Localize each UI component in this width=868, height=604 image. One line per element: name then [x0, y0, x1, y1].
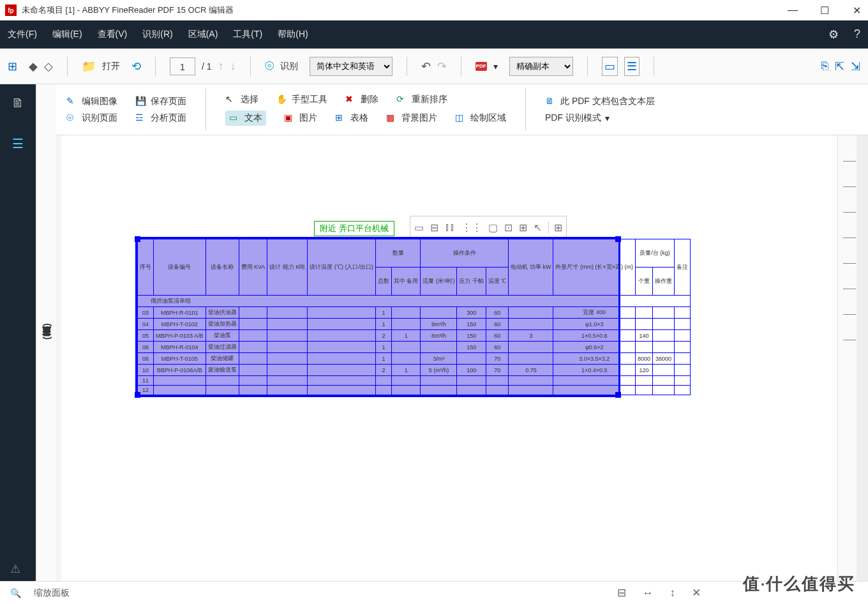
page-up-icon[interactable]: ↑ [218, 59, 224, 73]
menu-edit[interactable]: 编辑(E) [52, 29, 82, 40]
menu-help[interactable]: 帮助(H) [278, 29, 308, 40]
pages-panel-label[interactable]: 显示页面 (F5) [36, 84, 56, 581]
draw-area-tool[interactable]: ◫绘制区域 [455, 110, 506, 126]
sb-icon-2[interactable]: ↔ [643, 587, 654, 600]
sb-icon-1[interactable]: ⊟ [617, 586, 626, 600]
table-row: 03MBPH-R-0101柴油供油器130060宽度 400 [138, 307, 691, 319]
view-mode-1-icon[interactable]: ▭ [602, 57, 618, 76]
menu-bar: 文件(F) 编辑(E) 查看(V) 识别(R) 区域(A) 工具(T) 帮助(H… [0, 20, 868, 49]
folder-icon[interactable]: 📁 [82, 59, 96, 73]
tb-icon-8[interactable]: ↖ [534, 222, 542, 234]
new-project-icon[interactable]: ⊞ [8, 59, 17, 73]
minimize-button[interactable]: — [786, 4, 799, 17]
reorder-button[interactable]: ⟳重新排序 [396, 94, 447, 105]
table-selection[interactable]: 序号设备编号 设备名称费用 KVA 设计 能力 K吨设计温度 (℃) (入口/出… [135, 237, 620, 397]
pages-panel-icon[interactable]: 🗎 [11, 96, 24, 110]
recognize-icon[interactable]: ⦾ [265, 59, 274, 73]
redo-icon[interactable]: ↷ [437, 59, 447, 73]
view-mode-2-icon[interactable]: ☰ [624, 57, 640, 76]
undo-icon[interactable]: ↶ [421, 59, 431, 73]
delete-button[interactable]: ✖删除 [345, 94, 378, 105]
bg-picture-tool[interactable]: ▦背景图片 [386, 110, 437, 126]
handle-br[interactable] [615, 392, 621, 398]
text-area-tool[interactable]: ▭文本 [225, 110, 266, 126]
save-page-button[interactable]: 💾保存页面 [135, 96, 186, 107]
zoom-label[interactable]: 缩放面板 [34, 587, 70, 599]
settings-icon[interactable]: ⚙ [828, 27, 839, 42]
page-total: / 1 [202, 61, 212, 72]
pdf-dropdown-icon[interactable]: ▾ [493, 61, 498, 72]
recognize-page-button[interactable]: ⦾识别页面 [66, 112, 117, 124]
area-toolbar: ✎编辑图像 💾保存页面 ⦾识别页面 ☲分析页面 ↖选择 ✋手型工具 ✖删除 ⟳重… [56, 84, 868, 135]
export-icon-2[interactable]: ⇱ [835, 59, 844, 73]
tb-icon-4[interactable]: ⋮⋮ [461, 222, 482, 234]
table-row: 11 [138, 376, 691, 386]
tb-icon-3[interactable]: ⫿⫿ [445, 222, 455, 233]
app-icon: fp [5, 4, 17, 16]
table-area-tool[interactable]: ⊞表格 [335, 110, 368, 126]
picture-area-tool[interactable]: ▣图片 [284, 110, 317, 126]
recognize-button[interactable]: 识别 [280, 61, 298, 72]
main-toolbar: ⊞ ◆ ◇ 📁 打开 ⟲ 1 / 1 ↑ ↓ ⦾ 识别 简体中文和英语 ↶ ↷ … [0, 49, 868, 84]
table-area-label: 附近 弄口平台机械 [314, 221, 394, 236]
menu-tools[interactable]: 工具(T) [233, 29, 262, 40]
language-select[interactable]: 简体中文和英语 [310, 57, 393, 76]
tb-icon-5[interactable]: ▢ [488, 222, 498, 234]
menu-area[interactable]: 区域(A) [188, 29, 218, 40]
hand-tool[interactable]: ✋手型工具 [276, 94, 327, 105]
pdf-text-layer-label: 🗎此 PDF 文档包含文本层 [545, 96, 655, 107]
table-row: 12 [138, 386, 691, 395]
tb-icon-6[interactable]: ⊡ [504, 222, 513, 234]
edit-image-button[interactable]: ✎编辑图像 [66, 96, 117, 107]
copy-mode-select[interactable]: 精确副本 [509, 57, 573, 76]
tb-icon-9[interactable]: ⊞ [548, 222, 562, 234]
menu-view[interactable]: 查看(V) [98, 29, 128, 40]
menu-recognize[interactable]: 识别(R) [142, 29, 172, 40]
title-bar: fp 未命名项目 [1] - ABBYY FineReader PDF 15 O… [0, 0, 868, 20]
handle-tr[interactable] [615, 236, 621, 242]
page-canvas[interactable]: 附近 弄口平台机械 ▭⊟ ⫿⫿⋮⋮ ▢⊡ ⊞↖ ⊞ [61, 135, 837, 581]
tb-icon-2[interactable]: ⊟ [430, 222, 438, 234]
rotate-icon[interactable]: ⟲ [131, 59, 141, 73]
export-icon-3[interactable]: ⇲ [851, 59, 860, 73]
page-number-input[interactable]: 1 [170, 57, 195, 75]
sb-icon-4[interactable]: ✕ [692, 586, 701, 600]
table-row: 06MBPH-R-0104柴油过滤器115060φ0.6×2 [138, 342, 691, 353]
select-tool[interactable]: ↖选择 [225, 94, 258, 105]
page-down-icon[interactable]: ↓ [230, 59, 236, 73]
pdf-mode-dropdown[interactable]: PDF 识别模式 ▾ [545, 112, 655, 124]
status-bar: 🔍 缩放面板 ⊟ ↔ ↕ ✕ [0, 581, 868, 604]
export-icon-1[interactable]: ⎘ [821, 59, 828, 73]
list-panel-icon[interactable]: ☰ [12, 136, 24, 151]
data-table: 序号设备编号 设备名称费用 KVA 设计 能力 K吨设计温度 (℃) (入口/出… [137, 239, 691, 395]
analyze-page-button[interactable]: ☲分析页面 [135, 112, 186, 124]
close-button[interactable]: ✕ [850, 4, 863, 17]
floating-toolbar[interactable]: ▭⊟ ⫿⫿⋮⋮ ▢⊡ ⊞↖ ⊞ [410, 216, 567, 239]
sb-icon-3[interactable]: ↕ [670, 587, 676, 600]
left-sidebar: 🗎 ☰ [0, 84, 36, 581]
layer-up-icon[interactable]: ◆ [29, 59, 38, 73]
open-button[interactable]: 打开 [102, 61, 120, 72]
handle-tl[interactable] [135, 236, 140, 242]
right-ruler-pane [837, 135, 868, 581]
table-row: 05MBPH-P-0103 A/B柴油泵218m³/h1506031×0.5×0… [138, 330, 691, 342]
scrollbar-v[interactable] [857, 135, 868, 581]
tb-icon-7[interactable]: ⊞ [519, 222, 527, 234]
table-row: 08MBPH-T-0105柴油储罐13/m³703.0×3.5×3.280003… [138, 353, 691, 365]
menu-file[interactable]: 文件(F) [8, 29, 37, 40]
layer-down-icon[interactable]: ◇ [44, 59, 53, 73]
table-row: 10BBPH-P-0106A/B废油输送泵215 (m³/h)100700.75… [138, 365, 691, 376]
table-row: 04MBPH-T-0102柴油加热器18m³/h15060φ1.0×3 [138, 319, 691, 330]
help-icon[interactable]: ? [854, 27, 860, 42]
zoom-icon[interactable]: 🔍 [10, 588, 21, 598]
pdf-icon[interactable]: PDF [475, 62, 487, 71]
alert-icon[interactable]: ⚠ [10, 562, 20, 576]
maximize-button[interactable]: ☐ [818, 4, 831, 17]
window-title: 未命名项目 [1] - ABBYY FineReader PDF 15 OCR … [22, 4, 234, 16]
tb-icon-1[interactable]: ▭ [414, 222, 424, 234]
handle-bl[interactable] [135, 392, 140, 398]
